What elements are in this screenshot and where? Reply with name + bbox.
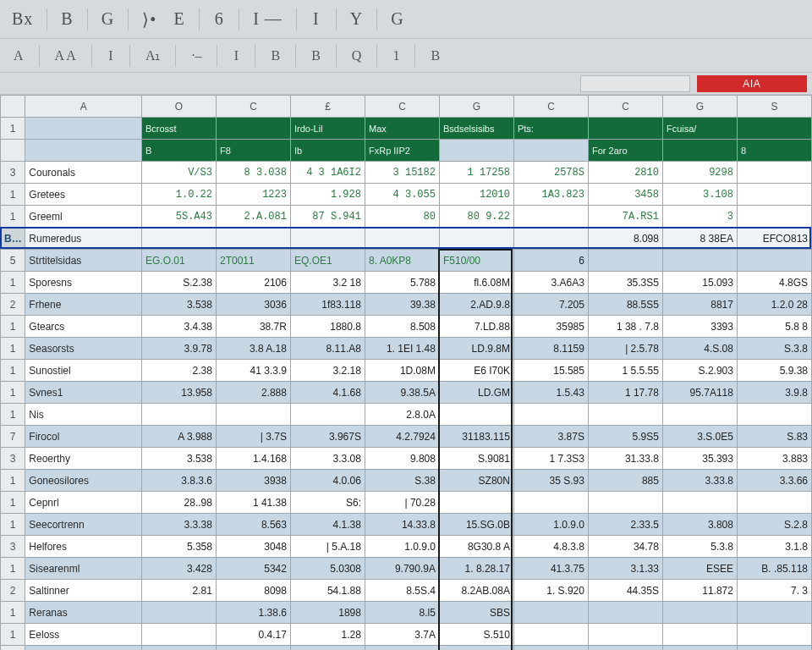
cell[interactable]: 3938 [216, 470, 290, 492]
cell[interactable]: 14.33.8 [365, 514, 439, 536]
cell[interactable]: 3.808 [662, 514, 737, 536]
cell[interactable]: 4 3.055 [365, 184, 439, 206]
tool-item[interactable]: B [303, 46, 329, 66]
cell-label[interactable]: Hoy [25, 646, 142, 651]
cell[interactable] [737, 602, 811, 624]
cell[interactable] [588, 250, 662, 272]
cell[interactable]: 8.508 [365, 316, 439, 338]
col-header[interactable]: £ [290, 96, 365, 118]
cell[interactable]: 5342 [216, 558, 290, 580]
cell[interactable] [141, 404, 216, 426]
cell[interactable]: ESEE [662, 558, 737, 580]
tool-item[interactable]: A [5, 46, 32, 66]
cell[interactable] [216, 404, 290, 426]
cell[interactable]: S.2.903 [662, 360, 737, 382]
cell[interactable]: 2.A.081 [216, 206, 290, 228]
cell[interactable]: 4.1.68 [290, 382, 365, 404]
row-header[interactable]: 2 [1, 294, 25, 316]
col-header[interactable]: C [365, 96, 439, 118]
row-header[interactable]: 1 [1, 184, 25, 206]
cell-label[interactable]: Couronals [25, 162, 142, 184]
cell[interactable]: Irdo-Lil [290, 118, 365, 140]
cell[interactable]: S6: [290, 492, 365, 514]
row-header[interactable]: 1 [1, 316, 25, 338]
cell[interactable] [513, 140, 588, 162]
tool-item[interactable]: B [54, 8, 80, 31]
cell-label[interactable]: Saltinner [25, 580, 142, 602]
cell[interactable]: 1 17.78 [588, 382, 662, 404]
tool-item[interactable]: G [95, 8, 121, 31]
cell-label[interactable]: Goneosilores [25, 470, 142, 492]
cell-label[interactable]: Greeml [25, 206, 142, 228]
cell[interactable]: S6.0 [439, 646, 513, 651]
cell[interactable] [662, 646, 737, 651]
row-header[interactable]: 1 [1, 206, 25, 228]
cell[interactable]: 5.358 [141, 536, 216, 558]
cell-label[interactable]: Gtearcs [25, 316, 142, 338]
cell[interactable] [662, 140, 737, 162]
cell[interactable]: E6 I70K [439, 360, 513, 382]
cell[interactable]: 31183.115 [439, 426, 513, 448]
cell[interactable] [737, 624, 811, 646]
cell[interactable]: 7A.RS1 [588, 206, 662, 228]
cell[interactable] [737, 250, 811, 272]
cell[interactable]: 44.35S [588, 580, 662, 602]
cell[interactable]: 3.S.0E5 [662, 426, 737, 448]
cell[interactable]: S.2.8 [737, 514, 811, 536]
cell[interactable]: fl.6.08M [439, 272, 513, 294]
cell[interactable]: 2T0011 [216, 250, 290, 272]
cell[interactable] [513, 404, 588, 426]
cell[interactable]: 6 [513, 250, 588, 272]
cell[interactable] [141, 228, 216, 250]
cell[interactable]: 3.2 18 [290, 272, 365, 294]
cell[interactable] [513, 228, 588, 250]
cell[interactable] [737, 184, 811, 206]
cell[interactable]: 7.LD.88 [439, 316, 513, 338]
row-header[interactable]: 1 [1, 118, 25, 140]
cell[interactable]: 1.0.9.0 [365, 536, 439, 558]
cell[interactable]: 7.205 [513, 294, 588, 316]
cell[interactable]: 3.2.18 [290, 360, 365, 382]
cell[interactable]: 28..98 [141, 492, 216, 514]
cell[interactable]: 5.788 [365, 272, 439, 294]
cell[interactable] [216, 118, 290, 140]
col-header[interactable]: S [737, 96, 811, 118]
cell[interactable]: 3.3.38 [141, 514, 216, 536]
cell[interactable]: 9.38.5A [365, 382, 439, 404]
cell[interactable] [737, 646, 811, 651]
cell[interactable] [290, 228, 365, 250]
cell[interactable]: 35 S.93 [513, 470, 588, 492]
cell[interactable] [662, 624, 737, 646]
cell[interactable]: 1 38 . 7.8 [588, 316, 662, 338]
row-header[interactable]: 3 [1, 162, 25, 184]
cell[interactable]: EFCO813 [737, 228, 811, 250]
cell[interactable]: 3.538 [141, 294, 216, 316]
cell-label[interactable]: Nis [25, 404, 142, 426]
row-header[interactable]: 1 [1, 514, 25, 536]
cell[interactable] [216, 228, 290, 250]
cell[interactable]: 4.0.06 [290, 470, 365, 492]
row-header[interactable]: 7 [1, 426, 25, 448]
cell[interactable]: 3048 [216, 536, 290, 558]
cell[interactable] [662, 492, 737, 514]
cell[interactable]: 80 [365, 206, 439, 228]
cell[interactable] [737, 118, 811, 140]
cell[interactable]: 2.8.0A [365, 404, 439, 426]
cell[interactable]: 8.l5 [365, 602, 439, 624]
cell[interactable] [141, 624, 216, 646]
cell[interactable]: 3.87S [513, 426, 588, 448]
cell[interactable]: S.510 [439, 624, 513, 646]
tool-item[interactable]: B [422, 46, 448, 66]
cell[interactable] [513, 624, 588, 646]
col-header[interactable]: C [216, 96, 290, 118]
row-header[interactable]: 1 [1, 624, 25, 646]
cell[interactable]: 3.3.66 [737, 470, 811, 492]
cell-label[interactable]: Firocol [25, 426, 142, 448]
cell[interactable]: Ib [290, 140, 365, 162]
cell[interactable]: 1 41.38 [216, 492, 290, 514]
cell[interactable] [365, 646, 439, 651]
col-header[interactable]: C [588, 96, 662, 118]
cell[interactable]: 88.5S5 [588, 294, 662, 316]
cell[interactable] [737, 404, 811, 426]
row-header[interactable]: 1 [1, 382, 25, 404]
